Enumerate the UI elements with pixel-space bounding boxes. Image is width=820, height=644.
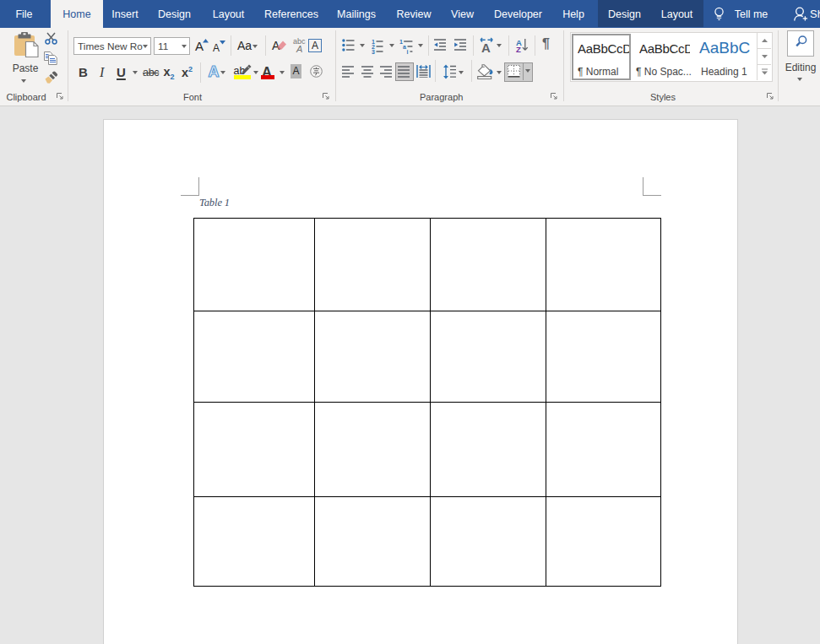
svg-text:3: 3: [372, 49, 375, 55]
svg-text:Z: Z: [516, 45, 521, 52]
svg-text:A: A: [209, 64, 220, 78]
svg-text:i: i: [407, 49, 409, 55]
svg-text:A: A: [481, 41, 491, 53]
svg-text:a: a: [403, 44, 406, 50]
